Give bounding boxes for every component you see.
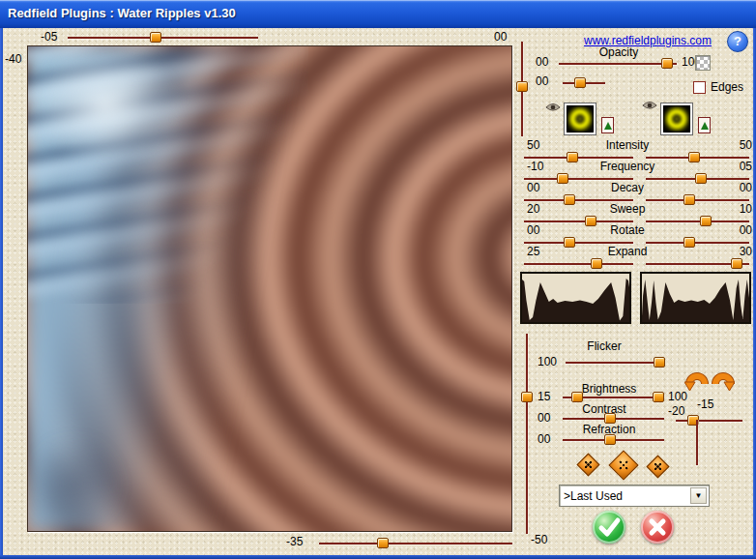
redo-arrow-icon[interactable] (711, 367, 735, 391)
slider-left-value: 50 (527, 139, 552, 152)
preview-topright-slider-value: 00 (494, 31, 507, 44)
slider-right-value: 00 (721, 182, 752, 194)
ripple-preview-icon (664, 106, 689, 132)
ripple-preview-icon (567, 106, 593, 132)
preview-top-slider-value: -05 (41, 31, 57, 44)
brightness-low-thumb[interactable] (571, 392, 583, 402)
slider-right-value: 50 (721, 139, 752, 152)
contrast-slider-track[interactable] (563, 418, 664, 420)
edges-label: Edges (711, 81, 743, 94)
dropdown-arrow-button[interactable]: ▼ (690, 487, 707, 504)
slider-left-value: -10 (527, 161, 552, 173)
flicker-slider-thumb[interactable] (654, 357, 665, 368)
preview-left-slider-value: -40 (5, 53, 21, 66)
slider-left-value: 00 (527, 224, 552, 237)
slider-left-thumb[interactable] (591, 258, 602, 269)
eye-icon[interactable] (642, 101, 657, 110)
slider-right-thumb[interactable] (688, 152, 700, 162)
cancel-button[interactable] (641, 511, 674, 544)
waveform-shape (642, 280, 749, 322)
website-link[interactable]: www.redfieldplugins.com (575, 34, 720, 47)
slider-left-track[interactable] (524, 157, 633, 159)
slider-right-thumb[interactable] (695, 173, 707, 184)
refraction-slider-track[interactable] (563, 439, 664, 441)
window-title: Redfield Plugins : Water Ripples v1.30 (8, 6, 236, 20)
ok-button[interactable] (593, 511, 625, 544)
source-up-button[interactable] (698, 117, 711, 133)
flicker-slider-track[interactable] (566, 362, 665, 364)
brightness-min-value: 15 (538, 391, 550, 403)
light-y-value: -15 (697, 398, 713, 411)
wave-source-thumbnail[interactable] (660, 103, 693, 135)
slider-right-value: 05 (721, 161, 752, 173)
eye-icon[interactable] (545, 103, 561, 112)
preview-bottom-slider-value: -35 (286, 536, 303, 548)
slider-right-track[interactable] (646, 178, 749, 180)
opacity-slider-track[interactable] (559, 63, 677, 65)
slider-left-track[interactable] (524, 199, 633, 201)
slider-right-thumb[interactable] (700, 216, 712, 226)
preview-bottomright-slider-thumb[interactable] (521, 392, 533, 402)
source-up-button[interactable] (601, 117, 614, 133)
preview-topright-slider-track[interactable] (521, 42, 523, 136)
ok-check-icon (593, 511, 625, 544)
slider-label: Rotate (565, 224, 690, 237)
brightness-high-thumb[interactable] (653, 392, 664, 402)
slider-right-track[interactable] (646, 199, 749, 201)
preview-top-slider-thumb[interactable] (150, 32, 161, 43)
slider-right-track[interactable] (646, 242, 749, 244)
refraction-slider-thumb[interactable] (604, 434, 616, 445)
refraction-value: 00 (538, 433, 550, 446)
slider-right-track[interactable] (646, 263, 749, 265)
transparency-grid-icon[interactable] (695, 55, 711, 71)
brightness-slider-track[interactable] (563, 397, 664, 398)
preset-dropdown-value: >Last Used (564, 489, 623, 503)
opacity-slider-thumb[interactable] (661, 58, 673, 69)
slider-label: Decay (565, 182, 690, 194)
slider-right-track[interactable] (646, 221, 749, 222)
preview-bottom-slider-thumb[interactable] (377, 538, 389, 548)
phase-slider-track[interactable] (563, 82, 605, 84)
contrast-value: 00 (538, 412, 550, 425)
light-x-slider-track[interactable] (676, 420, 742, 422)
brightness-max-value: 100 (668, 391, 687, 403)
preset-dropdown[interactable]: >Last Used ▼ (559, 485, 710, 507)
edges-checkbox[interactable] (693, 81, 706, 94)
phase-slider-thumb[interactable] (574, 77, 586, 88)
slider-right-value: 30 (721, 246, 752, 258)
light-x-value: -20 (668, 405, 684, 418)
up-arrow-icon (604, 122, 612, 130)
slider-left-track[interactable] (524, 221, 633, 222)
dropdown-arrow-icon: ▼ (695, 492, 703, 500)
slider-left-value: 00 (527, 182, 552, 194)
preview-bottomright-slider-value: -50 (531, 534, 547, 546)
title-bar[interactable]: Redfield Plugins : Water Ripples v1.30 (0, 0, 756, 28)
help-icon[interactable]: ? (727, 31, 748, 52)
window-border-bottom (0, 555, 756, 559)
light-y-slider-track[interactable] (696, 420, 698, 465)
preview-topright-slider-thumb[interactable] (516, 81, 528, 92)
slider-left-track[interactable] (524, 263, 633, 265)
slider-label: Frequency (565, 161, 690, 173)
slider-right-thumb[interactable] (731, 258, 742, 269)
opacity-label: Opacity (566, 46, 672, 59)
plugin-window: Redfield Plugins : Water Ripples v1.30 -… (0, 0, 756, 559)
waveform-display-left (520, 272, 631, 324)
up-arrow-icon (701, 122, 709, 130)
slider-left-track[interactable] (524, 242, 633, 244)
water-ripples-highlight (28, 46, 183, 162)
slider-right-track[interactable] (646, 157, 749, 159)
preview-top-slider-track[interactable] (68, 37, 258, 39)
waveform-display-right (640, 272, 751, 324)
undo-arrow-icon[interactable] (684, 367, 709, 391)
slider-label: Intensity (565, 139, 690, 152)
slider-right-value: 10 (721, 203, 752, 216)
flicker-value: 100 (538, 356, 557, 368)
preview-bottom-slider-track[interactable] (319, 543, 512, 544)
slider-left-track[interactable] (524, 178, 633, 180)
preview-bottomright-slider-track[interactable] (526, 334, 528, 534)
cancel-x-icon (641, 511, 674, 544)
wave-source-thumbnail[interactable] (564, 103, 596, 135)
water-ripples-shadow (28, 299, 212, 531)
preview-canvas[interactable] (27, 45, 512, 532)
